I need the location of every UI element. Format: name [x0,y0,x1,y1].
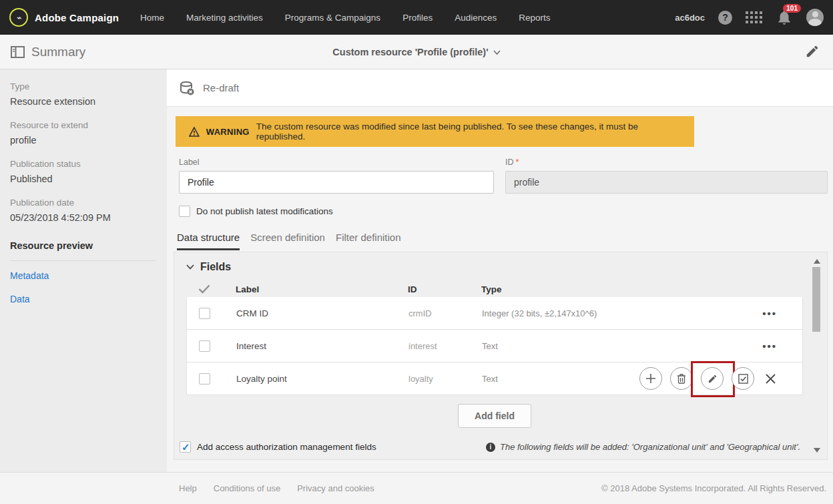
notification-badge: 101 [783,4,801,13]
trash-icon [677,373,686,384]
sidebar-link-metadata[interactable]: Metadata [10,270,156,281]
property-value: Resource extension [10,96,156,107]
brand[interactable]: ⌁ Adobe Campaign [0,8,119,27]
tab-filter-definition[interactable]: Filter definition [336,232,401,250]
edit-row-button[interactable] [701,367,724,390]
page-header: Summary Custom resource 'Profile (profil… [0,35,833,69]
footer-link-privacy[interactable]: Privacy and cookies [297,483,374,493]
top-navigation-bar: ⌁ Adobe Campaign Home Marketing activiti… [0,0,833,35]
select-all-icon[interactable] [198,284,236,294]
info-note: i The following fields will be added: 'O… [486,442,800,452]
warning-triangle-icon [189,127,200,137]
warning-message: The custom resource was modified since l… [256,121,685,142]
scrollbar-thumb[interactable] [812,267,820,332]
field-type-cell: Text [482,374,639,384]
field-type-cell: Text [482,341,762,351]
chevron-down-icon [493,50,501,55]
confirm-row-button[interactable] [732,367,754,390]
check-square-icon [738,374,748,384]
publication-status-band: Re-draft [167,69,833,107]
footer-link-help[interactable]: Help [179,483,197,493]
fields-panel: Fields Label ID Type CRM ID crmID Intege… [174,252,828,460]
scroll-up-icon[interactable] [814,259,820,264]
chevron-down-icon [186,264,194,270]
panel-scrollbar[interactable] [812,255,822,457]
tab-data-structure[interactable]: Data structure [177,232,240,250]
label-field-label: Label [179,158,494,167]
divider [10,260,156,261]
property-value: Published [10,174,156,184]
info-note-text: The following fields will be added: 'Org… [500,442,800,452]
row-action-buttons [639,367,802,390]
delete-row-button[interactable] [670,367,693,390]
field-id-cell: interest [408,341,482,351]
id-input [505,171,828,194]
row-checkbox[interactable] [199,340,210,352]
plus-icon [645,373,656,384]
field-id-cell: loyalty [408,374,482,384]
property-value: 05/23/2018 4:52:09 PM [10,212,156,223]
property-publication-date: Publication date 05/23/2018 4:52:09 PM [10,198,156,223]
nav-item-home[interactable]: Home [140,13,164,23]
add-row-button[interactable] [639,367,662,390]
summary-sidebar: Type Resource extension Resource to exte… [0,69,167,472]
field-label-cell: CRM ID [236,308,408,318]
resource-title: Custom resource 'Profile (profile)' [332,47,488,57]
field-type-cell: Integer (32 bits, ±2,147x10^6) [482,308,762,318]
column-type: Type [481,284,763,294]
property-label: Publication date [10,198,156,208]
resource-form: Label ID* [179,158,833,194]
property-label: Resource to extend [10,120,156,130]
sidebar-link-data[interactable]: Data [10,294,156,304]
id-field-group: ID* [505,158,828,194]
add-field-button[interactable]: Add field [458,404,531,428]
property-publication-status: Publication status Published [10,159,156,184]
primary-nav: Home Marketing activities Programs & Cam… [140,13,550,23]
nav-item-reports[interactable]: Reports [519,13,550,23]
property-label: Publication status [10,159,156,169]
do-not-publish-label: Do not publish latest modifications [196,206,333,216]
row-checkbox[interactable] [199,373,210,385]
more-actions-icon[interactable]: ••• [762,308,802,319]
more-actions-icon[interactable]: ••• [762,340,802,352]
notifications-bell-icon[interactable]: 101 [776,9,793,26]
do-not-publish-checkbox[interactable] [179,206,190,217]
access-authorization-row: Add access authorization management fiel… [180,441,800,453]
fields-section-toggle[interactable]: Fields [186,261,803,273]
warning-title: WARNING [206,127,250,137]
field-row-loyalty[interactable]: Loyalty point loyalty Text [186,362,803,395]
resource-title-dropdown[interactable]: Custom resource 'Profile (profile)' [0,35,833,69]
access-authorization-label: Add access authorization management fiel… [197,442,376,452]
resource-preview-heading: Resource preview [10,240,156,251]
brand-name: Adobe Campaign [35,12,119,23]
label-input[interactable] [179,171,494,194]
account-name[interactable]: ac6doc [675,13,705,23]
field-row-crmid[interactable]: CRM ID crmID Integer (32 bits, ±2,147x10… [186,297,803,330]
copyright-text: © 2018 Adobe Systems Incorporated. All R… [601,483,826,493]
redraft-database-icon [179,80,195,96]
cancel-row-button[interactable] [762,370,778,387]
nav-item-audiences[interactable]: Audiences [455,13,497,23]
user-avatar[interactable] [806,9,824,26]
pencil-icon [708,374,718,384]
edit-resource-button[interactable] [805,44,821,60]
status-label: Re-draft [203,82,239,93]
main-content: Re-draft WARNING The custom resource was… [167,69,833,472]
footer-link-conditions[interactable]: Conditions of use [214,483,280,493]
tab-screen-definition[interactable]: Screen definition [250,232,325,250]
page-footer: Help Conditions of use Privacy and cooki… [0,472,833,504]
app-grid-icon[interactable] [746,11,762,23]
scroll-down-icon[interactable] [814,448,820,453]
nav-item-marketing-activities[interactable]: Marketing activities [186,13,263,23]
info-icon: i [486,443,495,452]
label-field-group: Label [179,158,494,194]
nav-item-profiles[interactable]: Profiles [402,13,433,23]
access-authorization-checkbox[interactable] [180,441,191,453]
field-label-cell: Loyalty point [236,374,408,384]
row-checkbox[interactable] [199,308,210,319]
nav-item-programs-campaigns[interactable]: Programs & Campaigns [285,13,380,23]
field-row-interest[interactable]: Interest interest Text ••• [186,330,803,362]
fields-table-header: Label ID Type [186,281,803,297]
help-icon[interactable]: ? [718,11,732,25]
column-id: ID [408,284,481,294]
